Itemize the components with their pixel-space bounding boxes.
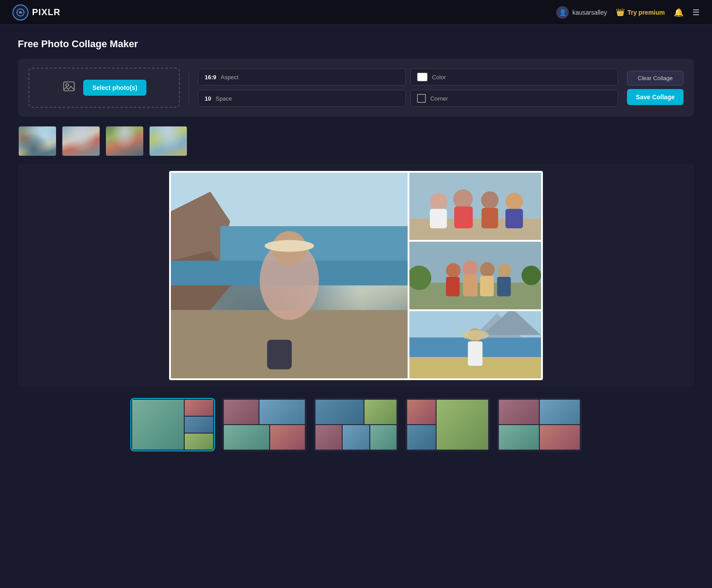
tmpl-2-tl (224, 400, 259, 424)
main-content: Free Photo Collage Maker Select photo(s)… (0, 25, 712, 465)
svg-point-27 (446, 264, 461, 278)
space-option[interactable]: 10 Space (198, 90, 406, 107)
aspect-label: Aspect (221, 74, 239, 81)
thumbnail-2[interactable] (61, 126, 101, 157)
page-title: Free Photo Collage Maker (18, 38, 694, 50)
username: kausarsalley (572, 9, 607, 16)
tmpl-5-br (540, 425, 580, 450)
thumbnail-3[interactable] (105, 126, 144, 157)
menu-button[interactable]: ☰ (692, 8, 700, 17)
navbar: PIXLR 👤 kausarsalley 👑 Try premium 🔔 ☰ (0, 0, 712, 25)
tmpl-4-main (437, 400, 488, 450)
app-logo[interactable]: PIXLR (12, 4, 61, 20)
svg-point-28 (463, 260, 478, 276)
tmpl-1-top (185, 400, 213, 416)
thumbnails-row (18, 126, 694, 157)
collage-cell-bottom-right (409, 311, 541, 378)
template-4[interactable] (405, 398, 490, 451)
thumb-image-3 (106, 126, 143, 156)
logo-icon (12, 4, 28, 20)
templates-row (18, 398, 694, 451)
color-option[interactable]: Color (410, 69, 618, 85)
tmpl-4-right (437, 400, 488, 450)
collage-canvas (18, 164, 694, 387)
tmpl-3-br (370, 425, 396, 450)
thumb-image-2 (62, 126, 100, 156)
svg-point-41 (461, 330, 489, 340)
template-5[interactable] (497, 398, 582, 451)
thumb-image-4 (150, 126, 187, 156)
thumbnail-4[interactable] (149, 126, 188, 157)
template-5-layout (498, 399, 581, 450)
svg-rect-31 (446, 277, 460, 296)
template-3-layout (315, 399, 397, 450)
svg-rect-12 (267, 340, 291, 369)
select-photos-button[interactable]: Select photo(s) (83, 80, 146, 96)
svg-point-29 (480, 262, 495, 277)
tmpl-2-bl (224, 425, 269, 450)
bell-button[interactable]: 🔔 (674, 8, 684, 17)
template-2-layout (223, 399, 306, 450)
tmpl-2-tr (259, 400, 305, 424)
tmpl-1-bot (185, 434, 213, 450)
controls-panel: Select photo(s) 16:9 Aspect Color 10 Spa… (18, 59, 694, 117)
corner-option[interactable]: Corner (410, 90, 618, 107)
collage-right-column (409, 173, 541, 378)
tmpl-5-top (499, 400, 580, 424)
crown-icon: 👑 (616, 8, 625, 16)
tmpl-2-bot (224, 425, 305, 450)
collage-photo-main (171, 173, 408, 378)
user-avatar-icon: 👤 (556, 6, 569, 19)
collage-cell-mid-right (409, 242, 541, 309)
space-value: 10 (205, 95, 211, 102)
tmpl-1-left (132, 400, 184, 450)
tmpl-3-tr (364, 400, 396, 424)
svg-rect-33 (480, 276, 494, 296)
svg-rect-22 (506, 209, 523, 228)
template-1[interactable] (130, 398, 215, 451)
collage-cell-top-right (409, 173, 541, 240)
aspect-option[interactable]: 16:9 Aspect (198, 69, 406, 85)
corner-swatch (417, 94, 426, 103)
collage-photo-beach (409, 311, 541, 378)
svg-rect-32 (463, 275, 478, 296)
clear-collage-button[interactable]: Clear Collage (627, 71, 684, 85)
navbar-right: 👤 kausarsalley 👑 Try premium 🔔 ☰ (556, 6, 700, 19)
collage-frame (169, 171, 543, 380)
color-label: Color (432, 74, 446, 81)
tmpl-5-tl (499, 400, 539, 424)
tmpl-3-bm (343, 425, 369, 450)
divider (189, 72, 189, 103)
app-name: PIXLR (32, 7, 61, 17)
tmpl-4-lt (407, 400, 436, 424)
tmpl-4-left (407, 400, 436, 450)
tmpl-3-top-row (316, 400, 396, 424)
template-1-layout (131, 399, 214, 450)
premium-button[interactable]: 👑 Try premium (616, 8, 665, 16)
tmpl-1-right (185, 400, 213, 450)
template-3[interactable] (314, 398, 398, 451)
tmpl-5-bot (499, 425, 580, 450)
svg-point-11 (265, 240, 314, 252)
template-2[interactable] (222, 398, 307, 451)
space-label: Space (215, 95, 232, 102)
tmpl-2-top (224, 400, 305, 424)
templates-section (18, 398, 694, 451)
svg-point-2 (66, 84, 69, 86)
tmpl-4-lb (407, 425, 436, 450)
svg-rect-20 (454, 207, 473, 228)
tmpl-3-tl (316, 400, 364, 424)
save-collage-button[interactable]: Save Collage (627, 89, 684, 105)
svg-rect-21 (481, 208, 498, 228)
svg-point-18 (506, 193, 523, 210)
user-section: 👤 kausarsalley (556, 6, 607, 19)
options-grid: 16:9 Aspect Color 10 Space Corner (198, 69, 618, 107)
tmpl-3-bot-row (316, 425, 396, 450)
svg-point-15 (430, 193, 447, 210)
thumbnail-1[interactable] (18, 126, 57, 157)
upload-area[interactable]: Select photo(s) (28, 68, 180, 108)
svg-rect-34 (497, 277, 511, 296)
svg-point-26 (522, 266, 541, 285)
svg-rect-19 (430, 209, 447, 228)
save-actions: Clear Collage Save Collage (627, 71, 684, 105)
